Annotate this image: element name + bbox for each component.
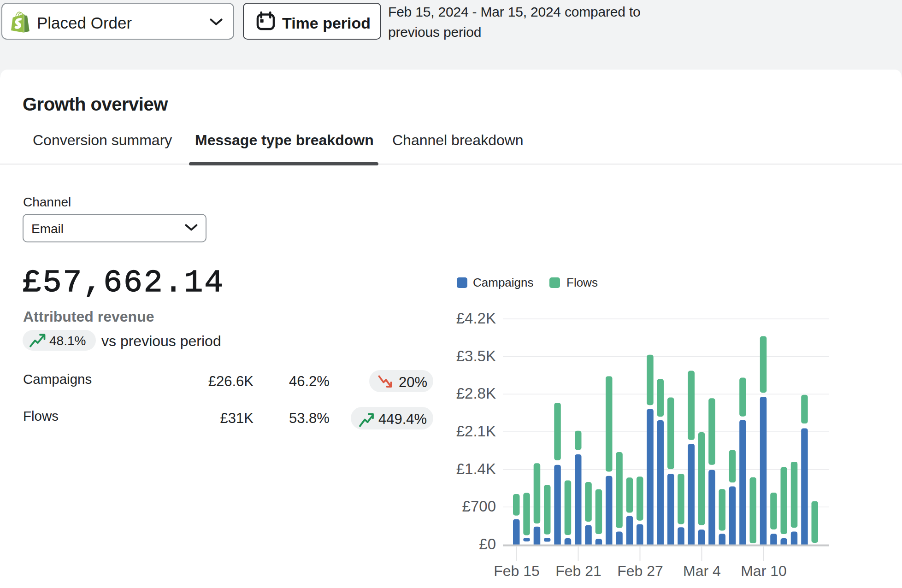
- svg-text:£2.1K: £2.1K: [456, 423, 496, 440]
- svg-text:Flows: Flows: [566, 276, 598, 289]
- svg-text:Feb 15: Feb 15: [494, 563, 540, 579]
- svg-text:£3.5K: £3.5K: [456, 347, 496, 365]
- svg-text:£700: £700: [462, 498, 496, 515]
- svg-text:Campaigns: Campaigns: [473, 276, 534, 289]
- svg-text:Mar 10: Mar 10: [741, 563, 787, 579]
- svg-text:£2.8K: £2.8K: [456, 385, 496, 402]
- svg-text:£1.4K: £1.4K: [456, 460, 496, 477]
- svg-text:Feb 21: Feb 21: [555, 563, 601, 579]
- svg-text:£4.2K: £4.2K: [456, 310, 496, 327]
- svg-text:Feb 27: Feb 27: [617, 563, 663, 579]
- svg-text:£0: £0: [479, 535, 496, 553]
- svg-text:Mar 4: Mar 4: [683, 563, 721, 579]
